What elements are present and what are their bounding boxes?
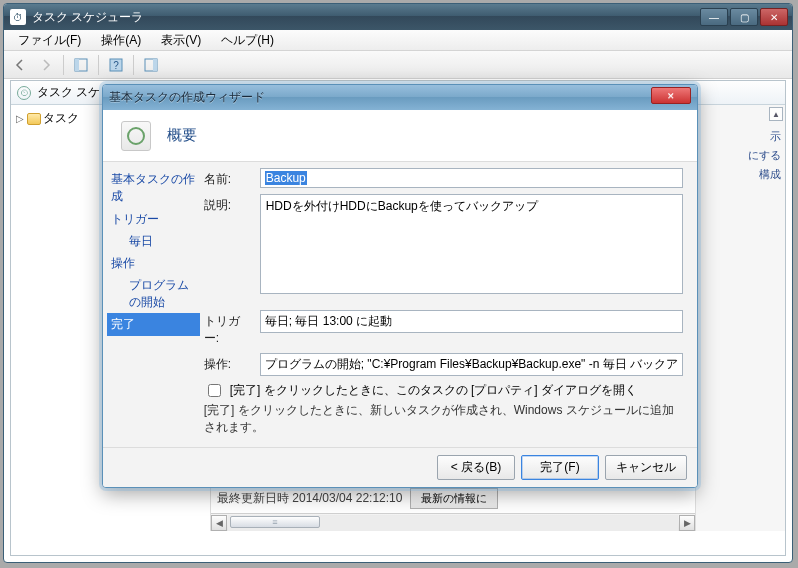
menu-file[interactable]: ファイル(F) xyxy=(10,30,89,51)
toolbar: ? xyxy=(4,51,792,79)
menu-help[interactable]: ヘルプ(H) xyxy=(213,30,282,51)
wizard-body: 基本タスクの作成 トリガー 毎日 操作 プログラムの開始 完了 名前: Back… xyxy=(103,162,697,447)
wizard-dialog: 基本タスクの作成ウィザード ✕ 概要 基本タスクの作成 トリガー 毎日 操作 プ… xyxy=(102,84,698,488)
menu-action[interactable]: 操作(A) xyxy=(93,30,149,51)
action-value: プログラムの開始; "C:¥Program Files¥Backup¥Backu… xyxy=(265,357,678,371)
description-label: 説明: xyxy=(204,194,254,214)
wizard-titlebar[interactable]: 基本タスクの作成ウィザード ✕ xyxy=(103,85,697,110)
expand-icon[interactable]: ▷ xyxy=(15,113,25,124)
horizontal-scrollbar[interactable]: ◀ ▶ xyxy=(211,513,695,531)
summary-icon xyxy=(121,121,151,151)
cancel-button[interactable]: キャンセル xyxy=(605,455,687,480)
scroll-left-button[interactable]: ◀ xyxy=(211,515,227,531)
open-properties-label: [完了] をクリックしたときに、このタスクの [プロパティ] ダイアログを開く xyxy=(230,382,637,399)
name-value: Backup xyxy=(265,171,307,185)
actions-list: 示 にする 構成 xyxy=(696,125,785,186)
wizard-close-button[interactable]: ✕ xyxy=(651,87,691,104)
nav-action-start[interactable]: プログラムの開始 xyxy=(107,275,200,313)
breadcrumb: タスク スケ xyxy=(37,84,100,101)
back-button[interactable]: < 戻る(B) xyxy=(437,455,515,480)
action-label: 操作: xyxy=(204,353,254,373)
help-button[interactable]: ? xyxy=(104,54,128,76)
nav-back-button[interactable] xyxy=(8,54,32,76)
show-hide-tree-button[interactable] xyxy=(69,54,93,76)
folder-icon xyxy=(27,113,41,125)
toolbar-separator xyxy=(98,55,99,75)
menu-view[interactable]: 表示(V) xyxy=(153,30,209,51)
name-input[interactable]: Backup xyxy=(260,168,683,188)
nav-finish[interactable]: 完了 xyxy=(107,313,200,336)
trigger-label: トリガー: xyxy=(204,310,254,347)
actions-pane: ▲ 示 にする 構成 xyxy=(695,105,785,531)
finish-button[interactable]: 完了(F) xyxy=(521,455,599,480)
clock-icon: ⏲ xyxy=(17,86,31,100)
refresh-button[interactable]: 最新の情報に xyxy=(410,488,498,509)
toolbar-separator xyxy=(133,55,134,75)
main-titlebar[interactable]: ⏱ タスク スケジューラ — ▢ ✕ xyxy=(4,4,792,30)
wizard-title: 基本タスクの作成ウィザード xyxy=(109,89,651,106)
menu-bar: ファイル(F) 操作(A) 表示(V) ヘルプ(H) xyxy=(4,30,792,51)
window-controls: — ▢ ✕ xyxy=(700,8,788,26)
nav-basic-task[interactable]: 基本タスクの作成 xyxy=(107,168,200,208)
svg-rect-1 xyxy=(75,59,79,71)
trigger-value-box[interactable]: 毎日; 毎日 13:00 に起動 xyxy=(260,310,683,333)
wizard-footer: < 戻る(B) 完了(F) キャンセル xyxy=(103,447,697,487)
wizard-finish-note: [完了] をクリックしたときに、新しいタスクが作成され、Windows スケジュ… xyxy=(204,402,683,436)
minimize-button[interactable]: — xyxy=(700,8,728,26)
description-value: HDDを外付けHDDにBackupを使ってバックアップ xyxy=(266,199,538,213)
wizard-nav: 基本タスクの作成 トリガー 毎日 操作 プログラムの開始 完了 xyxy=(103,162,200,447)
nav-trigger-daily[interactable]: 毎日 xyxy=(107,231,200,252)
show-hide-action-button[interactable] xyxy=(139,54,163,76)
tree-node-label: タスク xyxy=(43,110,79,127)
svg-text:?: ? xyxy=(113,60,119,71)
trigger-value: 毎日; 毎日 13:00 に起動 xyxy=(265,314,392,328)
app-icon: ⏱ xyxy=(10,9,26,25)
last-updated-label: 最終更新日時 2014/03/04 22:12:10 xyxy=(217,490,402,507)
actions-item[interactable]: 示 xyxy=(700,127,781,146)
actions-item[interactable]: 構成 xyxy=(700,165,781,184)
maximize-button[interactable]: ▢ xyxy=(730,8,758,26)
wizard-header: 概要 xyxy=(103,110,697,162)
window-title: タスク スケジューラ xyxy=(32,9,700,26)
collapse-actions-button[interactable]: ▲ xyxy=(769,107,783,121)
wizard-main: 名前: Backup 説明: HDDを外付けHDDにBackupを使ってバックア… xyxy=(200,162,697,447)
toolbar-separator xyxy=(63,55,64,75)
scroll-right-button[interactable]: ▶ xyxy=(679,515,695,531)
description-input[interactable]: HDDを外付けHDDにBackupを使ってバックアップ xyxy=(260,194,683,294)
scroll-track[interactable] xyxy=(228,515,678,531)
nav-forward-button[interactable] xyxy=(34,54,58,76)
svg-rect-5 xyxy=(153,59,157,71)
name-label: 名前: xyxy=(204,168,254,188)
action-value-box[interactable]: プログラムの開始; "C:¥Program Files¥Backup¥Backu… xyxy=(260,353,683,376)
actions-item[interactable]: にする xyxy=(700,146,781,165)
nav-trigger[interactable]: トリガー xyxy=(107,208,200,231)
nav-action[interactable]: 操作 xyxy=(107,252,200,275)
close-button[interactable]: ✕ xyxy=(760,8,788,26)
open-properties-checkbox[interactable] xyxy=(208,384,221,397)
wizard-header-title: 概要 xyxy=(167,126,197,145)
scroll-thumb[interactable] xyxy=(230,516,320,528)
